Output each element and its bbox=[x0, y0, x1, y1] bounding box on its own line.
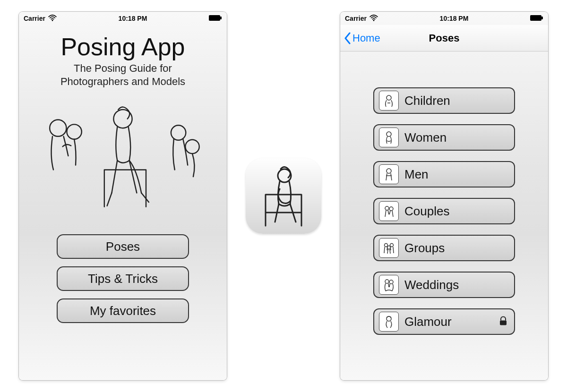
carrier-label: Carrier bbox=[24, 15, 45, 22]
category-label: Women bbox=[404, 130, 447, 145]
category-children[interactable]: Children bbox=[373, 87, 515, 114]
category-men[interactable]: Men bbox=[373, 161, 515, 187]
wifi-icon bbox=[369, 15, 378, 23]
svg-rect-2 bbox=[220, 17, 222, 19]
weddings-icon bbox=[379, 275, 399, 295]
children-icon bbox=[379, 91, 399, 111]
nav-title: Poses bbox=[429, 32, 460, 44]
category-groups[interactable]: Groups bbox=[373, 235, 515, 261]
wifi-icon bbox=[48, 15, 57, 23]
svg-rect-23 bbox=[500, 321, 507, 325]
chevron-left-icon bbox=[344, 32, 352, 44]
tips-button[interactable]: Tips & Tricks bbox=[57, 266, 189, 291]
category-label: Children bbox=[404, 94, 450, 108]
app-icon bbox=[246, 158, 321, 234]
back-label: Home bbox=[352, 32, 380, 44]
svg-point-16 bbox=[389, 207, 393, 211]
category-women[interactable]: Women bbox=[373, 124, 515, 151]
svg-point-18 bbox=[390, 244, 394, 247]
status-bar: Carrier 10:18 PM bbox=[19, 12, 227, 25]
home-screen: Carrier 10:18 PM Posing App The Posing G… bbox=[19, 12, 227, 380]
clock-label: 10:18 PM bbox=[119, 15, 147, 22]
poses-button-label: Poses bbox=[106, 239, 140, 254]
svg-rect-1 bbox=[209, 15, 220, 21]
glamour-icon bbox=[379, 312, 399, 332]
battery-icon bbox=[530, 15, 543, 23]
svg-point-6 bbox=[171, 125, 186, 140]
nav-bar: Home Poses bbox=[340, 25, 548, 51]
category-label: Glamour bbox=[404, 315, 452, 329]
app-title: Posing App bbox=[60, 34, 185, 59]
carrier-label: Carrier bbox=[345, 15, 367, 22]
category-label: Groups bbox=[404, 241, 445, 256]
groups-icon bbox=[379, 238, 399, 258]
svg-point-4 bbox=[67, 124, 81, 139]
svg-point-0 bbox=[52, 19, 53, 21]
poses-screen: Carrier 10:18 PM Home Poses Children Wom… bbox=[340, 12, 548, 380]
favorites-button-label: My favorites bbox=[90, 304, 156, 318]
poses-button[interactable]: Poses bbox=[57, 234, 189, 259]
lock-icon bbox=[499, 315, 507, 329]
status-bar: Carrier 10:18 PM bbox=[340, 12, 548, 25]
svg-point-13 bbox=[387, 132, 391, 136]
men-icon bbox=[379, 164, 399, 184]
hero-illustration bbox=[30, 94, 215, 217]
svg-point-7 bbox=[185, 140, 199, 153]
svg-rect-11 bbox=[541, 17, 543, 19]
clock-label: 10:18 PM bbox=[440, 15, 469, 22]
category-list: Children Women Men Couples Groups Weddin… bbox=[340, 51, 548, 380]
svg-point-21 bbox=[389, 280, 393, 284]
svg-point-14 bbox=[387, 169, 391, 173]
svg-point-20 bbox=[385, 280, 389, 283]
back-button[interactable]: Home bbox=[344, 25, 380, 51]
svg-point-9 bbox=[373, 19, 375, 21]
category-weddings[interactable]: Weddings bbox=[373, 272, 515, 298]
svg-point-12 bbox=[387, 95, 391, 100]
svg-point-15 bbox=[385, 206, 389, 210]
category-label: Couples bbox=[404, 204, 449, 219]
category-label: Weddings bbox=[404, 278, 459, 292]
category-glamour[interactable]: Glamour bbox=[373, 308, 515, 335]
couples-icon bbox=[379, 201, 399, 221]
favorites-button[interactable]: My favorites bbox=[57, 298, 189, 323]
svg-point-3 bbox=[50, 120, 66, 136]
app-icon-illustration bbox=[255, 165, 312, 227]
women-icon bbox=[379, 128, 399, 147]
svg-point-17 bbox=[385, 244, 388, 247]
home-content: Posing App The Posing Guide for Photogra… bbox=[19, 25, 227, 380]
app-subtitle: The Posing Guide for Photographers and M… bbox=[60, 62, 185, 88]
tips-button-label: Tips & Tricks bbox=[88, 272, 158, 286]
category-couples[interactable]: Couples bbox=[373, 198, 515, 224]
svg-rect-10 bbox=[530, 15, 541, 21]
battery-icon bbox=[209, 15, 222, 23]
category-label: Men bbox=[404, 167, 429, 182]
